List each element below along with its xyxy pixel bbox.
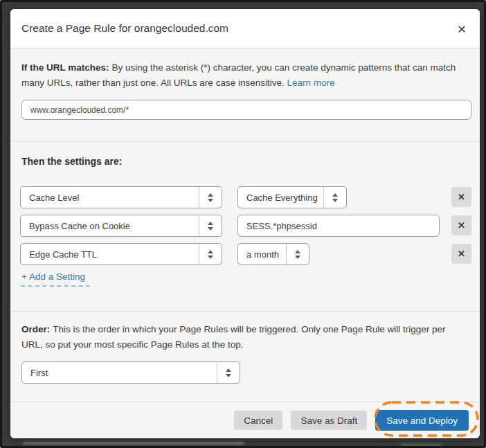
order-help-text: This is the order in which your Page Rul…	[21, 324, 446, 350]
select-stepper-icon	[199, 244, 222, 265]
annotation-dashed-underline	[21, 285, 90, 287]
setting-select-label: Cache Level	[29, 192, 79, 203]
order-select-label: First	[30, 368, 48, 378]
value-select-label: Cache Everything	[246, 192, 318, 203]
select-stepper-icon	[217, 362, 240, 383]
select-stepper-icon	[323, 187, 346, 208]
close-button[interactable]: ✕	[453, 21, 470, 37]
remove-icon: ✕	[458, 249, 465, 259]
value-select-cache-everything[interactable]: Cache Everything	[237, 186, 347, 208]
settings-section: Then the settings are: Cache Level Cache…	[10, 141, 480, 311]
dialog-title: Create a Page Rule for orangeclouded.com	[21, 22, 228, 35]
dialog-header: Create a Page Rule for orangeclouded.com…	[10, 9, 480, 48]
select-stepper-icon	[199, 187, 222, 208]
select-stepper-icon	[199, 215, 222, 236]
url-match-label: If the URL matches:	[21, 62, 109, 73]
select-stepper-icon	[286, 244, 309, 265]
cancel-button[interactable]: Cancel	[234, 411, 282, 430]
learn-more-link[interactable]: Learn more	[287, 78, 334, 88]
url-match-section: If the URL matches:By using the asterisk…	[10, 48, 480, 141]
order-description: Order:This is the order in which your Pa…	[21, 322, 469, 352]
create-page-rule-dialog: Create a Page Rule for orangeclouded.com…	[10, 9, 480, 438]
order-select-wrap: First	[21, 361, 469, 384]
remove-setting-button[interactable]: ✕	[451, 187, 471, 207]
setting-row-cache-level: Cache Level Cache Everything ✕	[20, 186, 471, 208]
save-as-draft-button[interactable]: Save as Draft	[291, 411, 367, 430]
add-setting-link[interactable]: + Add a Setting	[21, 271, 85, 282]
setting-select-label: Edge Cache TTL	[29, 249, 97, 260]
order-section: Order:This is the order in which your Pa…	[10, 311, 480, 402]
setting-select-label: Bypass Cache on Cookie	[29, 221, 130, 231]
dialog-footer: Cancel Save as Draft Save and Deploy	[10, 402, 480, 438]
setting-select-edge-cache-ttl[interactable]: Edge Cache TTL	[20, 243, 222, 265]
setting-select-cache-level[interactable]: Cache Level	[20, 186, 222, 208]
cookie-value-input[interactable]	[237, 215, 440, 237]
remove-icon: ✕	[458, 192, 465, 202]
obscured-background-element	[400, 443, 442, 448]
close-icon: ✕	[457, 23, 466, 36]
value-select-a-month[interactable]: a month	[237, 243, 309, 265]
screenshot-frame: Create a Page Rule for orangeclouded.com…	[0, 0, 486, 448]
setting-row-edge-cache-ttl: Edge Cache TTL a month ✕	[20, 243, 471, 265]
setting-select-bypass-cache[interactable]: Bypass Cache on Cookie	[20, 215, 222, 237]
save-and-deploy-button[interactable]: Save and Deploy	[375, 410, 469, 431]
url-pattern-input[interactable]	[21, 100, 471, 120]
value-select-label: a month	[246, 249, 279, 260]
order-select[interactable]: First	[21, 361, 240, 384]
remove-setting-button[interactable]: ✕	[451, 244, 471, 264]
remove-setting-button[interactable]: ✕	[451, 215, 471, 235]
obscured-background-text	[23, 442, 244, 445]
order-label: Order:	[21, 324, 50, 334]
setting-row-bypass-cache: Bypass Cache on Cookie ✕	[20, 215, 471, 237]
settings-heading: Then the settings are:	[21, 156, 122, 167]
url-match-description: If the URL matches:By using the asterisk…	[21, 60, 469, 91]
remove-icon: ✕	[458, 220, 465, 231]
